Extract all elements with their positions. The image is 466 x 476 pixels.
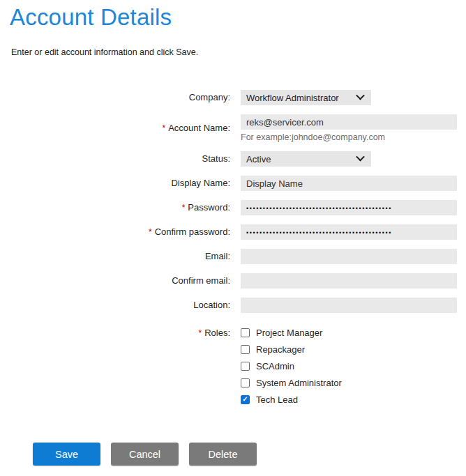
cancel-button[interactable]: Cancel <box>111 443 179 466</box>
page-subtitle: Enter or edit account information and cl… <box>11 47 466 57</box>
role-label[interactable]: SCAdmin <box>256 361 294 371</box>
role-label[interactable]: Project Manager <box>256 328 322 338</box>
password-label: *Password: <box>0 202 241 213</box>
account-name-row: *Account Name: For example:johndoe@compa… <box>0 114 466 142</box>
chevron-down-icon <box>356 91 365 100</box>
required-asterisk: * <box>149 227 152 237</box>
company-select[interactable]: Workflow Administrator <box>241 90 371 105</box>
account-form: Company: Workflow Administrator *Account… <box>0 90 466 405</box>
company-row: Company: Workflow Administrator <box>0 90 466 105</box>
email-label: Email: <box>0 251 241 262</box>
required-asterisk: * <box>198 328 202 338</box>
checkbox-scadmin[interactable]: ✓ <box>241 362 250 371</box>
role-item-system-administrator[interactable]: ✓ System Administrator <box>241 377 342 388</box>
email-input[interactable] <box>241 249 457 264</box>
account-name-hint: For example:johndoe@company.com <box>241 132 457 142</box>
role-label[interactable]: Repackager <box>256 344 305 355</box>
display-name-row: Display Name: <box>0 176 466 191</box>
location-input[interactable] <box>241 298 457 313</box>
role-item-scadmin[interactable]: ✓ SCAdmin <box>241 360 342 371</box>
checkbox-system-administrator[interactable]: ✓ <box>241 378 250 387</box>
account-details-page: Account Details Enter or edit account in… <box>0 0 466 476</box>
location-row: Location: <box>0 298 466 313</box>
confirm-email-input[interactable] <box>241 273 457 289</box>
required-asterisk: * <box>162 123 165 133</box>
chevron-down-icon <box>356 153 365 162</box>
checkbox-repackager[interactable]: ✓ <box>241 345 250 354</box>
display-name-label: Display Name: <box>0 178 241 189</box>
company-select-value: Workflow Administrator <box>246 93 339 103</box>
checkbox-tech-lead[interactable]: ✓ <box>241 395 250 404</box>
confirm-password-row: *Confirm password: <box>0 224 466 240</box>
confirm-password-label: *Confirm password: <box>0 227 241 238</box>
page-title: Account Details <box>0 0 466 31</box>
confirm-email-label: Confirm email: <box>0 275 241 286</box>
checkbox-project-manager[interactable]: ✓ <box>241 328 250 337</box>
role-item-tech-lead[interactable]: ✓ Tech Lead <box>241 394 342 405</box>
display-name-input[interactable] <box>241 176 457 191</box>
save-button[interactable]: Save <box>33 443 100 466</box>
confirm-password-input[interactable] <box>241 224 457 240</box>
role-item-project-manager[interactable]: ✓ Project Manager <box>241 327 342 338</box>
roles-row: *Roles: ✓ Project Manager ✓ Repackager <box>0 322 466 405</box>
form-actions: Save Cancel Delete <box>33 443 466 466</box>
password-input[interactable] <box>241 200 457 215</box>
status-row: Status: Active <box>0 151 466 167</box>
role-label[interactable]: Tech Lead <box>256 394 298 405</box>
roles-label: *Roles: <box>0 322 241 339</box>
roles-list: ✓ Project Manager ✓ Repackager ✓ SCAdmin <box>241 322 342 405</box>
account-name-label: *Account Name: <box>0 123 241 134</box>
role-label[interactable]: System Administrator <box>256 378 342 388</box>
company-label: Company: <box>0 92 241 103</box>
email-row: Email: <box>0 249 466 264</box>
role-item-repackager[interactable]: ✓ Repackager <box>241 344 342 355</box>
status-select-value: Active <box>246 154 271 164</box>
password-row: *Password: <box>0 200 466 215</box>
required-asterisk: * <box>182 203 186 213</box>
account-name-input[interactable] <box>241 114 457 130</box>
location-label: Location: <box>0 300 241 311</box>
status-label: Status: <box>0 153 241 164</box>
delete-button[interactable]: Delete <box>189 443 257 466</box>
status-select[interactable]: Active <box>241 151 371 167</box>
confirm-email-row: Confirm email: <box>0 273 466 289</box>
checkmark-icon: ✓ <box>242 396 248 403</box>
